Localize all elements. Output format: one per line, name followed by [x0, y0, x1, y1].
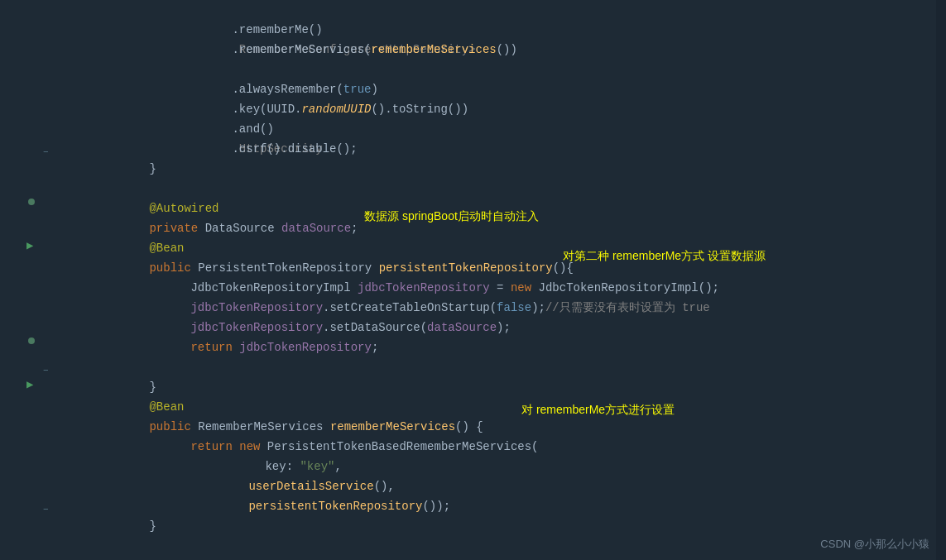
code-line: .and() HttpSecurity: [58, 99, 936, 119]
gutter-arrow-2[interactable]: ▶: [26, 377, 33, 391]
fold-icon[interactable]: −: [43, 361, 49, 381]
code-line: [58, 159, 936, 179]
code-line: .key(UUID.randomUUID().toString()): [58, 79, 936, 99]
code-line: jdbcTokenRepository.setDataSource(dataSo…: [58, 298, 936, 318]
code-line: [58, 337, 936, 357]
code-line: jdbcTokenRepository.setCreateTableOnStar…: [58, 278, 936, 298]
line-number-gutter: [0, 0, 41, 560]
code-line: return new PersistentTokenBasedRememberM…: [58, 417, 936, 437]
code-line: } −: [58, 139, 936, 159]
watermark: CSDN @小那么小小猿: [820, 537, 929, 552]
gutter-dot-2: [28, 337, 35, 344]
code-line: public PersistentTokenRepository persist…: [58, 238, 936, 258]
gutter-dot-1: [28, 199, 35, 205]
gutter-arrow-1[interactable]: ▶: [26, 238, 33, 252]
code-line: private DataSource dataSource;: [58, 199, 936, 218]
code-line: public RememberMeServices rememberMeServ…: [58, 397, 936, 417]
code-area: .rememberMe() RememberMeConfigurer<HttpS…: [41, 0, 936, 560]
code-line: .rememberMeServices(rememberMeServices()…: [58, 20, 936, 40]
code-line: .rememberMe() RememberMeConfigurer<HttpS…: [58, 0, 936, 20]
code-line: userDetailsService(),: [58, 457, 936, 476]
code-line: } −: [58, 496, 936, 516]
scrollbar[interactable]: [936, 0, 946, 560]
code-line: } −: [58, 357, 936, 377]
code-line: JdbcTokenRepositoryImpl jdbcTokenReposit…: [58, 258, 936, 278]
code-line: @Bean: [58, 377, 936, 397]
code-editor: .rememberMe() RememberMeConfigurer<HttpS…: [0, 0, 946, 560]
code-line: [58, 40, 936, 60]
code-line: @Bean: [58, 218, 936, 238]
code-line: return jdbcTokenRepository;: [58, 318, 936, 337]
code-line: key: "key",: [58, 437, 936, 457]
code-line: @Autowired: [58, 179, 936, 199]
fold-icon[interactable]: −: [43, 500, 49, 519]
code-line: .alwaysRemember(true): [58, 60, 936, 79]
fold-icon[interactable]: −: [43, 142, 49, 162]
code-line: persistentTokenRepository());: [58, 476, 936, 496]
code-line: .csrf().disable();: [58, 119, 936, 139]
